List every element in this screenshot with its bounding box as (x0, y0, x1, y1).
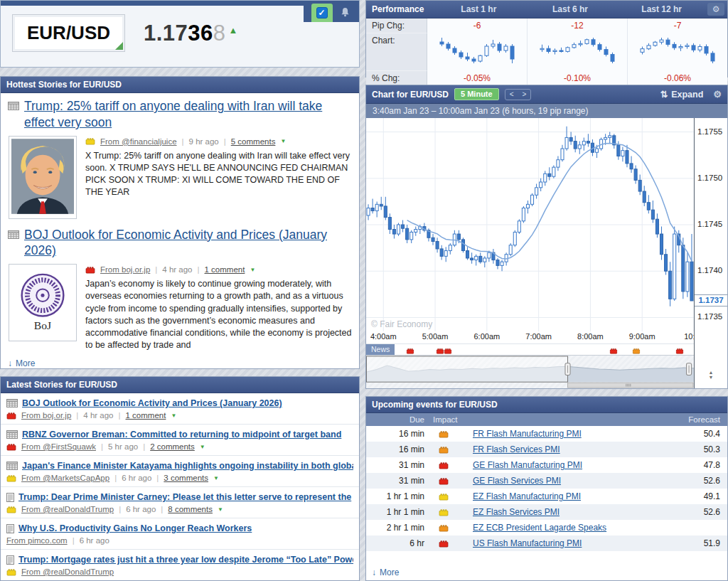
events-more-link[interactable]: ↓More (366, 565, 727, 580)
chart-watermark: © Fair Economy (371, 319, 432, 329)
expand-button[interactable]: ⇅Expand (660, 89, 704, 100)
alerts-tab[interactable]: ✓ (311, 4, 333, 22)
chart-y-axis: 1.1737 ▲▼ 1.17551.17501.17451.17401.1735 (694, 118, 727, 388)
comments-caret-icon: ▼ (280, 138, 286, 144)
story-title-link[interactable]: BOJ Outlook for Economic Activity and Pr… (22, 398, 282, 408)
story-source-link[interactable]: From boj.or.jp (21, 411, 71, 420)
perf-col-6h: Last 6 hr (525, 4, 616, 14)
story-type-icon (6, 430, 18, 439)
story-comments-link[interactable]: 2 comments (150, 442, 195, 451)
news-flag-icon[interactable] (633, 348, 641, 354)
mini-chart-12h (628, 33, 727, 71)
event-forecast: 49.1 (675, 491, 720, 501)
navigator-zoom-spinner[interactable]: ▲▼ (709, 370, 714, 380)
y-axis-label: 1.1735 (697, 312, 722, 321)
event-forecast: 51.9 (675, 538, 720, 548)
story-type-icon (6, 399, 18, 407)
story-source-link[interactable]: From pimco.com (6, 536, 68, 545)
interval-badge[interactable]: 5 Minute (454, 88, 499, 100)
alerts-checkbox[interactable]: ✓ (316, 7, 328, 18)
event-row: 2 hr 1 minEZ ECB President Lagarde Speak… (366, 520, 727, 535)
latest-stories-list: BOJ Outlook for Economic Activity and Pr… (1, 393, 359, 581)
story-source-link[interactable]: From @FirstSquawk (21, 442, 96, 451)
performance-settings-gear-icon[interactable]: ⚙ (707, 3, 724, 16)
story-title-link[interactable]: BOJ Outlook for Economic Activity and Pr… (24, 227, 352, 260)
news-flag-icon[interactable] (676, 348, 684, 354)
current-price: 1.17368▲ (144, 21, 238, 46)
news-flag-icon[interactable] (610, 348, 618, 354)
event-impact-icon (432, 493, 473, 501)
events-column-headers: Due Impact Forecast (366, 413, 727, 426)
forex-dashboard: ✓ EUR/USD 1.17368▲ Hottest Stories for E… (0, 0, 728, 581)
event-impact-icon (432, 430, 473, 438)
event-row: 31 minGE Flash Services PMI52.6 (366, 473, 727, 489)
comments-caret-icon: ▼ (200, 444, 205, 450)
mini-chart-label: Chart: (366, 33, 427, 71)
story-title-link[interactable]: RBNZ Governor Breman: Committed to retur… (22, 430, 341, 439)
story-source-link[interactable]: From boj.or.jp (100, 265, 150, 274)
pct-change-row: % Chg: -0.05% -0.10% -0.06% (366, 71, 727, 86)
news-flag-icon[interactable] (436, 348, 444, 354)
latest-story: BOJ Outlook for Economic Activity and Pr… (1, 393, 359, 425)
mini-chart-row: Chart: (366, 33, 727, 71)
story-title-link[interactable]: Why U.S. Productivity Gains No Longer Re… (18, 523, 252, 533)
story-image (9, 136, 77, 219)
event-link[interactable]: US Flash Manufacturing PMI (473, 538, 582, 548)
news-flag-icon[interactable] (407, 348, 414, 354)
pct-change-1h: -0.05% (427, 71, 528, 86)
event-row: 1 hr 1 minEZ Flash Services PMI52.6 (366, 504, 727, 520)
resize-handle-icon[interactable] (115, 42, 123, 50)
plot-column: © Fair Economy 4:00am5:00am6:00am7:00am8… (366, 118, 694, 388)
x-axis-label: 8:00am (577, 332, 604, 341)
story-type-icon (6, 524, 14, 533)
expand-icon: ⇅ (660, 89, 668, 100)
importance-icon (85, 266, 95, 274)
story-source-link[interactable]: From @MarketsCapApp (21, 474, 109, 482)
y-axis-label: 1.1750 (697, 174, 722, 182)
story-title-link[interactable]: Japan's Finance Minister Katayama highli… (22, 461, 353, 471)
story-source-link[interactable]: From @realDonaldTrump (21, 505, 114, 513)
story-title-link[interactable]: Trump: Dear Prime Minister Carney: Pleas… (18, 492, 351, 502)
current-price-tag: 1.1737 (695, 294, 727, 307)
event-link[interactable]: EZ ECB President Lagarde Speaks (473, 523, 606, 533)
latest-stories-header: Latest Stories for EUR/USD (1, 377, 359, 393)
chart-settings-gear-icon[interactable]: ⚙ (713, 89, 722, 100)
event-link[interactable]: FR Flash Manufacturing PMI (473, 429, 582, 439)
event-link[interactable]: EZ Flash Services PMI (473, 507, 560, 517)
event-row: 16 minFR Flash Manufacturing PMI50.4 (366, 426, 727, 442)
event-link[interactable]: GE Flash Manufacturing PMI (473, 460, 582, 470)
chart-navigator[interactable] (366, 355, 694, 388)
x-axis-label: 4:00am (370, 332, 397, 341)
upcoming-events-panel: Upcoming events for EUR/USD Due Impact F… (365, 396, 728, 581)
story-excerpt: Japan’s economy is likely to continue gr… (85, 278, 352, 352)
candlestick-chart[interactable]: © Fair Economy (366, 118, 694, 331)
comments-caret-icon: ▼ (171, 412, 176, 419)
pct-change-12h: -0.06% (628, 71, 727, 86)
story-comments-link[interactable]: 1 comment (205, 265, 245, 274)
hottest-more-link[interactable]: ↓More (1, 355, 359, 370)
event-due: 16 min (372, 429, 432, 439)
event-impact-icon (432, 540, 473, 548)
story-source-link[interactable]: From @realDonaldTrump (21, 567, 114, 576)
story-comments-link[interactable]: 3 comments (164, 474, 208, 482)
y-axis-label: 1.1745 (697, 220, 722, 228)
performance-panel: Performance Last 1 hr Last 6 hr Last 12 … (365, 0, 728, 78)
notifications-bell-icon[interactable] (339, 5, 352, 22)
event-due: 16 min (372, 444, 432, 454)
currency-pair-selector[interactable]: EUR/USD (12, 14, 125, 52)
story-comments-link[interactable]: 1 comment (126, 411, 166, 420)
news-flag-icon[interactable] (444, 348, 452, 354)
event-link[interactable]: EZ Flash Manufacturing PMI (473, 491, 581, 501)
interval-prev-button[interactable]: < (505, 90, 518, 100)
event-link[interactable]: GE Flash Services PMI (473, 476, 561, 486)
story-title-link[interactable]: Trump: 25% tariff on anyone dealing with… (24, 98, 352, 131)
y-axis-label: 1.1740 (697, 266, 722, 274)
event-link[interactable]: FR Flash Services PMI (473, 444, 560, 454)
interval-next-button[interactable]: > (518, 90, 530, 100)
story-comments-link[interactable]: 8 comments (168, 505, 213, 513)
svg-text:BoJ: BoJ (34, 319, 51, 331)
story-source-link[interactable]: From @financialjuice (100, 137, 177, 146)
story-comments-link[interactable]: 5 comments (231, 137, 276, 146)
events-list: 16 minFR Flash Manufacturing PMI50.416 m… (366, 426, 727, 551)
story-title-link[interactable]: Trump: Mortgage rates just hit a three y… (18, 555, 353, 565)
